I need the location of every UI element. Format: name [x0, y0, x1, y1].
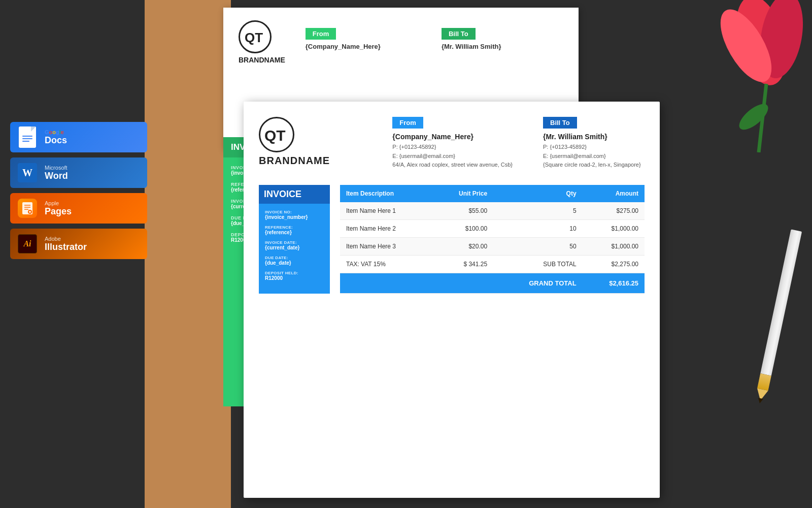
item-3-price: $20.00	[432, 237, 493, 255]
item-1-amount: $275.00	[583, 202, 645, 220]
from-billto-container: From {Company_Name_Here} P: {+0123-45892…	[392, 117, 645, 170]
tax-row: TAX: VAT 15% $ 341.25 SUB TOTAL $2,275.0…	[340, 255, 645, 273]
back-client-name: {Mr. William Smith}	[442, 43, 501, 50]
item-2-qty: 10	[493, 219, 583, 237]
google-docs-item[interactable]: Google Docs	[10, 122, 147, 152]
table-row: Item Name Here 3 $20.00 50 $1,000.00	[340, 237, 645, 255]
from-section: From {Company_Name_Here} P: {+0123-45892…	[392, 117, 513, 170]
item-3-amount: $1,000.00	[583, 237, 645, 255]
invoice-no-field: INVOICE NO: {invoice_number}	[265, 210, 324, 220]
adobe-illustrator-brand: Adobe	[45, 236, 87, 242]
item-2-price: $100.00	[432, 219, 493, 237]
grand-total-label: GRAND TOTAL	[493, 273, 583, 293]
col-unit-price: Unit Price	[432, 185, 493, 202]
apple-pages-text: Apple Pages	[45, 200, 72, 217]
invoice-body: INVOICE INVOICE NO: {invoice_number} REF…	[259, 185, 645, 294]
invoice-header: QT BRANDNAME From {Company_Name_Here} P:…	[259, 117, 645, 170]
back-company-name: {Company_Name_Here}	[306, 43, 381, 50]
table-row: Item Name Here 1 $55.00 5 $275.00	[340, 202, 645, 220]
adobe-illustrator-text: Adobe Illustrator	[45, 236, 87, 252]
table-row: Item Name Here 2 $100.00 10 $1,000.00	[340, 219, 645, 237]
google-docs-brand: Google	[45, 129, 67, 135]
billto-phone: P: {+0123-45892}	[543, 143, 645, 152]
ms-word-brand: Microsoft	[45, 165, 68, 171]
adobe-illustrator-logo: Ai	[16, 233, 39, 255]
reference-field: REFERENCE: {reference}	[265, 225, 324, 235]
tulip-decoration	[660, 0, 812, 152]
brand-logo-icon: QT	[259, 117, 294, 152]
ms-word-item[interactable]: W Microsoft Word	[10, 157, 147, 188]
subtotal-value: $2,275.00	[583, 255, 645, 273]
brand-name-text: BRANDNAME	[259, 155, 330, 167]
grand-total-row: GRAND TOTAL $2,616.25	[340, 273, 645, 293]
ms-word-text: Microsoft Word	[45, 165, 68, 181]
from-company: {Company_Name_Here}	[392, 133, 513, 141]
svg-point-4	[735, 100, 772, 134]
back-from-badge: From	[306, 28, 336, 40]
billto-email: E: {usermail@email.com}	[543, 152, 645, 161]
item-3-qty: 50	[493, 237, 583, 255]
col-qty: Qty	[493, 185, 583, 202]
from-badge: From	[392, 117, 423, 129]
ms-word-logo: W	[16, 162, 39, 184]
app-icons-sidebar: Google Docs W Microsoft Word	[10, 122, 147, 259]
adobe-illustrator-label: Illustrator	[45, 242, 87, 252]
adobe-illustrator-item[interactable]: Ai Adobe Illustrator	[10, 229, 147, 259]
apple-pages-item[interactable]: Apple Pages	[10, 193, 147, 224]
col-amount: Amount	[583, 185, 645, 202]
google-docs-label: Docs	[45, 135, 67, 146]
apple-pages-label: Pages	[45, 206, 72, 217]
invoice-blue-sidebar: INVOICE INVOICE NO: {invoice_number} REF…	[259, 185, 330, 294]
item-3-desc: Item Name Here 3	[340, 237, 432, 255]
apple-pages-logo	[16, 197, 39, 219]
ms-word-label: Word	[45, 171, 68, 181]
billto-name: {Mr. William Smith}	[543, 133, 645, 141]
items-table: Item Description Unit Price Qty Amount I…	[340, 185, 645, 294]
item-1-qty: 5	[493, 202, 583, 220]
billto-section: Bill To {Mr. William Smith} P: {+0123-45…	[543, 117, 645, 170]
from-email: E: {usermail@email.com}	[392, 152, 513, 161]
grand-total-value: $2,616.25	[583, 273, 645, 293]
google-docs-logo	[16, 126, 39, 148]
svg-text:QT: QT	[264, 127, 286, 144]
due-date-field: DUE DATE: {due_date}	[265, 256, 324, 266]
svg-text:QT: QT	[245, 30, 263, 45]
invoice-date-field: INVOICE DATE: {current_date}	[265, 240, 324, 250]
item-1-desc: Item Name Here 1	[340, 202, 432, 220]
billto-badge: Bill To	[543, 117, 577, 129]
back-billto-section: Bill To {Mr. William Smith}	[442, 28, 501, 50]
table-header: Item Description Unit Price Qty Amount	[340, 185, 645, 202]
front-invoice: QT BRANDNAME From {Company_Name_Here} P:…	[244, 102, 660, 498]
tax-label: TAX: VAT 15%	[340, 255, 432, 273]
item-2-desc: Item Name Here 2	[340, 219, 432, 237]
deposit-field: DEPOSIT HELD: R12000	[265, 271, 324, 281]
subtotal-label: SUB TOTAL	[493, 255, 583, 273]
kraft-paper	[145, 0, 231, 508]
back-brand-name: BRANDNAME	[239, 56, 285, 64]
apple-pages-brand: Apple	[45, 200, 72, 206]
google-docs-text: Google Docs	[45, 129, 67, 146]
back-billto-badge: Bill To	[442, 28, 476, 40]
back-from-section: From {Company_Name_Here}	[306, 28, 381, 50]
back-brand-logo: QT BRANDNAME	[239, 20, 285, 64]
from-phone: P: {+0123-45892}	[392, 143, 513, 152]
item-2-amount: $1,000.00	[583, 219, 645, 237]
item-1-price: $55.00	[432, 202, 493, 220]
col-description: Item Description	[340, 185, 432, 202]
billto-address: {Square circle road-2, len-x, Singapore}	[543, 161, 645, 170]
invoice-title-blue: INVOICE	[259, 185, 330, 204]
items-table-container: Item Description Unit Price Qty Amount I…	[340, 185, 645, 294]
brand-logo-section: QT BRANDNAME	[259, 117, 330, 170]
from-address: 64/A, Alex road coplex, street view aven…	[392, 161, 513, 170]
tax-value: $ 341.25	[432, 255, 493, 273]
